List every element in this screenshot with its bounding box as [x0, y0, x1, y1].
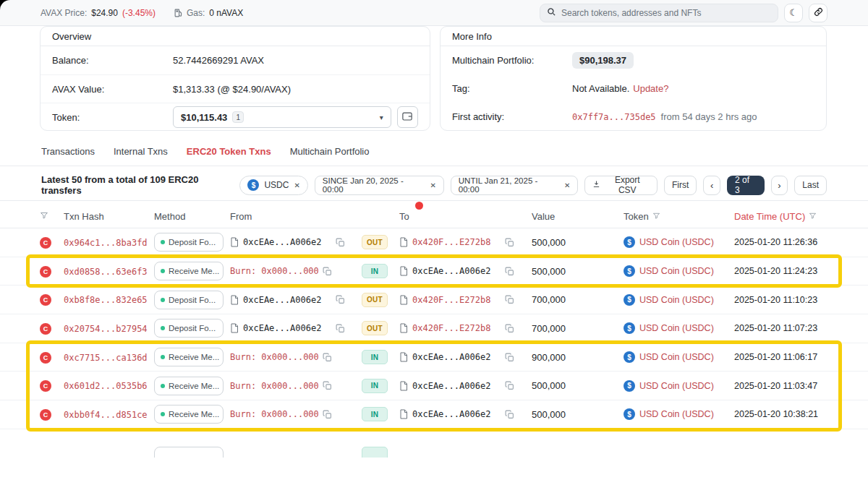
- usdc-icon: $: [624, 380, 635, 392]
- to-address[interactable]: 0xcEAe...A006e2: [412, 352, 501, 362]
- search-box[interactable]: [540, 4, 778, 22]
- tab-erc20-token-txns[interactable]: ERC20 Token Txns: [187, 146, 271, 157]
- close-icon[interactable]: ✕: [564, 181, 570, 189]
- token-holdings-value: $10,115.43: [181, 112, 227, 123]
- token-link[interactable]: USD Coin (USDC): [639, 295, 714, 305]
- from-address[interactable]: 0xcEAe...A006e2: [243, 237, 331, 247]
- usdc-icon: $: [624, 408, 635, 420]
- txn-hash-link[interactable]: 0x20754...b27954: [64, 324, 148, 334]
- pagination-next-button[interactable]: ›: [771, 176, 788, 195]
- txn-hash-link[interactable]: 0xb8f8e...832e65: [64, 295, 148, 305]
- copy-icon[interactable]: [505, 238, 514, 247]
- txn-hash-link[interactable]: 0x964c1...8ba3fd: [64, 238, 148, 248]
- method-button[interactable]: Receive Me...: [154, 348, 224, 366]
- method-button[interactable]: Deposit Fo...: [154, 233, 224, 252]
- tab-transactions[interactable]: Transactions: [41, 146, 95, 157]
- token-link[interactable]: USD Coin (USDC): [639, 266, 714, 276]
- token-dropdown[interactable]: $10,115.43 1 ▾: [173, 106, 391, 128]
- from-address[interactable]: 0xcEAe...A006e2: [243, 323, 331, 333]
- copy-icon[interactable]: [505, 267, 514, 276]
- token-link[interactable]: USD Coin (USDC): [639, 237, 714, 247]
- col-header-txn-hash: Txn Hash: [64, 211, 154, 222]
- pagination-first-button[interactable]: First: [664, 176, 697, 195]
- tag-value: Not Available.: [572, 83, 629, 94]
- c-chain-icon: C: [40, 237, 51, 249]
- txn-hash-link[interactable]: 0xd0858...63e6f3: [64, 267, 148, 277]
- pagination-prev-button[interactable]: ‹: [703, 176, 720, 195]
- copy-icon[interactable]: [336, 324, 345, 333]
- copy-icon[interactable]: [323, 381, 332, 390]
- to-contract-icon: [399, 409, 408, 419]
- copy-icon[interactable]: [323, 353, 332, 362]
- from-address[interactable]: Burn: 0x000...000: [230, 266, 318, 276]
- overview-title: Overview: [41, 27, 430, 46]
- copy-icon[interactable]: [505, 410, 514, 419]
- value-cell: 700,000: [532, 294, 624, 305]
- col-header-token: Token: [624, 211, 649, 222]
- direction-badge: OUT: [362, 321, 388, 335]
- copy-icon[interactable]: [505, 353, 514, 362]
- to-address[interactable]: 0xcEAe...A006e2: [412, 409, 501, 419]
- from-address[interactable]: 0xcEAe...A006e2: [243, 295, 331, 305]
- partial-method-button[interactable]: [154, 447, 224, 458]
- date-filter-icon[interactable]: [809, 211, 817, 222]
- tab-multichain-portfolio[interactable]: Multichain Portfolio: [290, 146, 370, 157]
- direction-badge: IN: [362, 407, 388, 421]
- theme-toggle-button[interactable]: ☾: [784, 4, 803, 22]
- copy-icon[interactable]: [323, 267, 332, 276]
- txn-hash-link[interactable]: 0xc7715...ca136d: [64, 353, 148, 363]
- token-filter-icon[interactable]: [652, 211, 660, 222]
- to-address[interactable]: 0x420F...E272b8: [412, 237, 501, 247]
- wallet-button[interactable]: [397, 106, 418, 128]
- token-count-badge: 1: [232, 111, 244, 123]
- method-label: Deposit Fo...: [169, 296, 216, 304]
- close-icon[interactable]: ✕: [430, 181, 435, 189]
- copy-icon[interactable]: [336, 238, 345, 247]
- copy-icon[interactable]: [505, 324, 514, 333]
- method-button[interactable]: Receive Me...: [154, 262, 224, 280]
- method-button[interactable]: Deposit Fo...: [154, 319, 224, 338]
- copy-icon[interactable]: [336, 295, 345, 304]
- token-link[interactable]: USD Coin (USDC): [639, 381, 714, 391]
- token-link[interactable]: USD Coin (USDC): [639, 352, 714, 362]
- first-activity-row: First activity: 0x7ff7a...735de5 from 54…: [441, 103, 826, 131]
- token-link[interactable]: USD Coin (USDC): [639, 409, 714, 419]
- method-button[interactable]: Deposit Fo...: [154, 291, 224, 309]
- row-filter-icon[interactable]: [40, 211, 64, 222]
- c-chain-icon: C: [40, 266, 51, 278]
- copy-icon[interactable]: [505, 295, 514, 304]
- c-chain-icon: C: [40, 380, 51, 392]
- to-address[interactable]: 0xcEAe...A006e2: [412, 381, 501, 391]
- tabs-divider: [0, 166, 868, 166]
- avax-price-label: AVAX Price:: [41, 8, 87, 18]
- first-activity-hash-link[interactable]: 0x7ff7a...735de5: [572, 112, 656, 122]
- copy-icon[interactable]: [505, 381, 514, 390]
- usdc-icon: $: [247, 179, 259, 191]
- to-address[interactable]: 0x420F...E272b8: [412, 323, 501, 333]
- c-chain-icon: C: [40, 294, 51, 306]
- to-address[interactable]: 0xcEAe...A006e2: [412, 266, 501, 276]
- avax-price-value: $24.90: [91, 8, 118, 18]
- from-address[interactable]: Burn: 0x000...000: [230, 352, 318, 362]
- usdc-filter-chip[interactable]: $ USDC ✕: [239, 176, 307, 195]
- until-filter-chip[interactable]: UNTIL Jan 21, 2025 - 00:00 ✕: [451, 176, 579, 195]
- txn-hash-link[interactable]: 0xbb0f4...d851ce: [64, 410, 148, 420]
- to-address[interactable]: 0x420F...E272b8: [412, 295, 501, 305]
- method-button[interactable]: Receive Me...: [154, 377, 224, 395]
- tab-internal-txns[interactable]: Internal Txns: [114, 146, 168, 157]
- pagination-last-button[interactable]: Last: [794, 176, 827, 195]
- col-header-method: Method: [154, 211, 230, 222]
- export-csv-button[interactable]: Export CSV: [584, 176, 658, 195]
- method-button[interactable]: Receive Me...: [154, 405, 224, 424]
- since-filter-chip[interactable]: SINCE Jan 20, 2025 - 00:00 ✕: [315, 176, 444, 195]
- token-link[interactable]: USD Coin (USDC): [639, 323, 714, 333]
- search-input[interactable]: [561, 8, 771, 18]
- txn-hash-link[interactable]: 0x601d2...0535b6: [64, 381, 148, 391]
- direction-badge: IN: [362, 379, 388, 393]
- tag-update-link[interactable]: Update?: [633, 83, 668, 94]
- from-address[interactable]: Burn: 0x000...000: [230, 409, 318, 419]
- from-address[interactable]: Burn: 0x000...000: [230, 381, 318, 391]
- network-link-button[interactable]: [809, 4, 827, 22]
- close-icon[interactable]: ✕: [294, 181, 299, 189]
- copy-icon[interactable]: [323, 410, 332, 419]
